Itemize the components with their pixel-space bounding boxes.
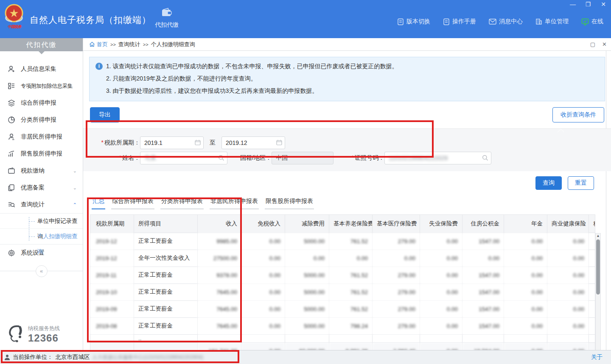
sidebar-item-label: 专项附加扣除信息采集	[21, 83, 77, 90]
table-row[interactable]: 2019-09正常工资薪金7645.000.005000.00761.52279…	[90, 300, 595, 317]
table-cell: 2019-09	[90, 300, 134, 317]
table-cell: 正常工资薪金	[134, 233, 198, 250]
tab-nonresident[interactable]: 非居民所得申报表	[210, 197, 259, 209]
table-cell: 0.00	[242, 233, 285, 250]
current-unit: 当前操作单位： 北京市西城区 人力资源公共服务中心(12101012199042…	[4, 353, 203, 361]
table-cell: 2019-08	[90, 317, 134, 334]
hotline-label: 纳税服务热线	[28, 325, 60, 332]
sidebar-subitem-personal-detail[interactable]: 个人扣缴明细查询	[0, 229, 83, 244]
calendar-icon[interactable]	[276, 139, 282, 147]
sidebar-item-comprehensive[interactable]: 综合所得申报	[0, 94, 83, 111]
menu-unit-management[interactable]: 单位管理	[535, 18, 569, 25]
app-title: 自然人电子税务局（扣缴端）	[30, 14, 151, 26]
info-icon: i	[95, 63, 103, 70]
about-link[interactable]: 关于	[591, 353, 603, 361]
table-cell: 1547.00	[462, 283, 504, 300]
search-icon[interactable]	[482, 155, 488, 162]
breadcrumb-home[interactable]: 首页	[89, 41, 108, 48]
form-row-period: *税款所属期： 2019.1 至 2019.12	[83, 136, 611, 149]
search-icon[interactable]	[218, 155, 224, 162]
table-cell: 全年一次性奖金收入	[134, 250, 198, 267]
table-row[interactable]: 2019-10正常工资薪金7645.000.005000.00761.52279…	[90, 283, 595, 300]
hotline-number: 12366	[28, 332, 60, 344]
reset-button[interactable]: 重置	[568, 176, 594, 190]
vertical-scrollbar[interactable]: ▲ ▼	[595, 233, 601, 362]
sidebar-menu: 人员信息采集 专项附加扣除信息采集 综合所得申报 分类所得申报 非居民所得申报 …	[0, 51, 83, 271]
table-row[interactable]: 2019-08正常工资薪金7645.000.005000.00798.24279…	[90, 317, 595, 334]
close-icon[interactable]: ✕	[599, 1, 608, 8]
table-row[interactable]: 2019-12全年一次性奖金收入27500.000.000.000.000.00…	[90, 250, 595, 267]
breadcrumb-level1[interactable]: 查询统计	[118, 41, 140, 48]
query-button[interactable]: 查询	[535, 176, 562, 190]
table-cell: 1547.00	[462, 300, 504, 317]
sidebar-item-personnel[interactable]: 人员信息采集	[0, 61, 83, 78]
table-cell: 5000.00	[285, 267, 329, 283]
menu-manual[interactable]: 操作手册	[443, 18, 476, 25]
name-input[interactable]: 马某	[140, 152, 227, 164]
panel-right-border	[606, 51, 606, 350]
column-header: 所得项目	[134, 214, 198, 233]
sidebar-subitem-unit-record[interactable]: 单位申报记录查询	[0, 214, 83, 229]
sidebar-item-classified[interactable]: 分类所得申报	[0, 111, 83, 128]
table-cell: 761.52	[329, 267, 373, 283]
calendar-icon[interactable]	[195, 139, 201, 147]
minimize-icon[interactable]: —	[569, 1, 577, 8]
table-cell	[589, 233, 595, 250]
nationality-input: 中国	[272, 152, 334, 164]
table-cell: 0.00	[420, 317, 462, 334]
period-from-input[interactable]: 2019.1	[140, 136, 204, 149]
sidebar-item-restricted-shares[interactable]: 限售股所得申报	[0, 145, 83, 162]
hotline: 纳税服务热线 12366	[0, 324, 83, 345]
collapse-query-button[interactable]: 收折查询条件	[552, 107, 604, 122]
panel-close-icon[interactable]: ✕	[602, 41, 607, 47]
sidebar-item-nonresident[interactable]: 非居民所得申报	[0, 128, 83, 145]
tab-restricted[interactable]: 限售股所得申报表	[265, 197, 314, 209]
vertical-scroll-thumb[interactable]	[596, 239, 600, 295]
export-button[interactable]: 导出	[90, 107, 120, 122]
table-cell: 0.00	[504, 300, 547, 317]
tab-summary[interactable]: 汇总	[92, 197, 105, 209]
table-cell: 0.00	[504, 250, 547, 267]
table-cell: 0.00	[504, 283, 547, 300]
chevron-down-icon: ⌄	[73, 185, 77, 191]
wallet-icon	[161, 8, 172, 18]
sidebar-item-label: 税款缴纳	[21, 167, 73, 175]
period-to-value: 2019.12	[226, 139, 247, 146]
online-status[interactable]: 在线	[581, 18, 603, 25]
table-cell: ..	[134, 334, 198, 342]
menu-message-center[interactable]: 消息中心	[489, 18, 523, 25]
table-cell: 正常工资薪金	[134, 300, 198, 317]
notice-line: 1. 该查询统计表仅能查询已申报成功的数据，不包含未申报、申报失败，已申报但已作…	[106, 62, 398, 70]
sidebar-item-special-deduction[interactable]: 专项附加扣除信息采集	[0, 78, 83, 94]
panel-restore-icon[interactable]: ▢	[590, 41, 595, 47]
sidebar-collapse-button[interactable]: «	[36, 265, 48, 277]
tab-withholding[interactable]: 代扣代缴	[149, 8, 185, 29]
envelope-icon	[489, 19, 496, 25]
document-icon	[397, 18, 404, 25]
restore-icon[interactable]: ❐	[584, 1, 592, 8]
table-row[interactable]: 2019-12正常工资薪金9985.000.005000.00761.52279…	[90, 233, 595, 250]
table-cell: 0.00	[420, 250, 462, 267]
result-table-wrap: 税款所属期所得项目收入免税收入减除费用基本养老保险费基本医疗保险费失业保险费住房…	[90, 214, 601, 364]
table-cell: 0.00	[242, 267, 285, 283]
table-cell: 27500.00	[198, 250, 242, 267]
scroll-up-icon[interactable]: ▲	[596, 234, 600, 238]
table-row[interactable]: 2019-11正常工资薪金9378.000.005000.00761.52279…	[90, 267, 595, 283]
sidebar-item-tax-payment[interactable]: 税款缴纳 ⌄	[0, 162, 83, 179]
table-row[interactable]: ..	[90, 334, 595, 342]
sidebar-item-query-stats[interactable]: 查询统计 ⌃	[0, 196, 83, 213]
table-cell: 7645.00	[198, 317, 242, 334]
table-cell	[589, 267, 595, 283]
sidebar-item-preferential[interactable]: 优惠备案 ⌄	[0, 179, 83, 196]
app-window: — ❐ ✕ 中国税务 自然人电子税务局（扣缴端）	[0, 0, 611, 364]
tab-comprehensive[interactable]: 综合所得申报表	[111, 197, 154, 209]
menu-version-switch[interactable]: 版本切换	[397, 18, 430, 25]
id-number-input[interactable]: 110102199904222029	[384, 152, 491, 164]
table-cell	[589, 334, 595, 342]
collapse-caret	[558, 125, 564, 132]
period-label: *税款所属期：	[83, 139, 140, 147]
table-cell: 0.00	[242, 250, 285, 267]
tab-classified[interactable]: 分类所得申报表	[160, 197, 204, 209]
table-cell: 0.00	[547, 233, 589, 250]
period-to-input[interactable]: 2019.12	[221, 136, 285, 149]
